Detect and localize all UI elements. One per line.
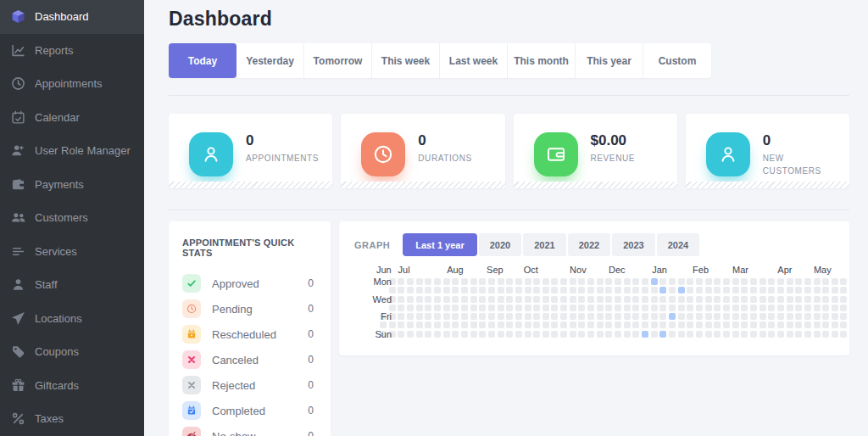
heatmap-cell: [615, 305, 621, 311]
heatmap-cell: [407, 313, 414, 320]
heatmap-cell: [425, 305, 431, 311]
heatmap-cell: [678, 278, 685, 285]
heatmap-cell: [768, 313, 775, 320]
heatmap-cell: [678, 313, 685, 320]
heatmap-cell: [570, 296, 576, 303]
heatmap-cell: [832, 321, 838, 328]
hatch-pattern: [514, 182, 677, 188]
heatmap-cell: [632, 305, 639, 311]
heatmap-cell: [768, 278, 775, 285]
heatmap-cell: [760, 331, 766, 338]
graph-tab-2020[interactable]: 2020: [479, 233, 521, 256]
heatmap-cell: [605, 278, 612, 285]
heatmap-cell: [768, 305, 775, 311]
heatmap-cell: [732, 331, 739, 338]
graph-tab-2024[interactable]: 2024: [657, 233, 699, 256]
sidebar-item-taxes[interactable]: Taxes: [0, 402, 144, 436]
heatmap-cell: [750, 313, 757, 320]
heatmap-cell: [795, 321, 802, 328]
heatmap-cell: [470, 278, 477, 285]
graph-tab-last-1-year[interactable]: Last 1 year: [403, 233, 476, 256]
heatmap-cell: [498, 296, 504, 303]
heatmap-cell: [804, 313, 811, 320]
heatmap-cell: [425, 287, 431, 293]
sidebar-item-coupons[interactable]: Coupons: [0, 335, 144, 369]
filter-tab-tomorrow[interactable]: Tomorrow: [304, 43, 372, 78]
filter-tab-yesterday[interactable]: Yesterday: [236, 43, 304, 78]
heatmap-cell: [461, 331, 468, 338]
heatmap-cell: [741, 331, 748, 338]
heatmap-cell: [723, 296, 730, 303]
filter-tab-this-year[interactable]: This year: [576, 43, 643, 78]
sidebar-item-label: Giftcards: [35, 379, 79, 392]
sidebar-item-giftcards[interactable]: Giftcards: [0, 369, 144, 403]
sidebar-item-payments[interactable]: Payments: [0, 168, 144, 202]
heatmap-cell: [416, 305, 423, 311]
sidebar-item-appointments[interactable]: Appointments: [0, 67, 144, 101]
sidebar-item-user-role-manager[interactable]: User Role Manager: [0, 134, 144, 168]
sidebar-item-locations[interactable]: Locations: [0, 302, 144, 336]
heatmap-cell: [750, 305, 757, 311]
heatmap-cell: [705, 278, 712, 285]
heatmap-cell: [443, 305, 450, 311]
sidebar-item-calendar[interactable]: Calendar: [0, 101, 144, 135]
clock-outline-icon: [361, 132, 405, 176]
filter-tab-today[interactable]: Today: [169, 43, 236, 78]
heatmap-cell: [624, 296, 631, 303]
graph-tab-2022[interactable]: 2022: [568, 233, 610, 256]
heatmap-cell: [597, 296, 604, 303]
heatmap-cell: [461, 278, 468, 285]
heatmap-month-label: Jan: [652, 265, 667, 275]
filter-tab-this-week[interactable]: This week: [372, 43, 440, 78]
sidebar-item-services[interactable]: Services: [0, 235, 144, 269]
heatmap-cell: [741, 313, 748, 320]
heatmap-cell: [461, 313, 468, 320]
heatmap-cell: [389, 321, 396, 328]
quick-stat-label: Rescheduled: [212, 328, 297, 341]
heatmap-cell: [659, 331, 666, 338]
heatmap-cell: [832, 278, 838, 285]
heatmap-cell: [515, 278, 522, 285]
heatmap-cell: [389, 305, 396, 311]
heatmap-cell: [714, 287, 721, 293]
sidebar-item-staff[interactable]: Staff: [0, 268, 144, 302]
heatmap-cell: [398, 313, 404, 320]
heatmap-cell: [506, 313, 513, 320]
heatmap-cell: [832, 305, 838, 311]
x-icon: [182, 376, 201, 394]
heatmap-cell: [642, 278, 648, 285]
heatmap-cell: [741, 278, 748, 285]
calendar-check-icon: [182, 401, 201, 420]
heatmap-cell: [587, 278, 594, 285]
heatmap-cell: [533, 321, 540, 328]
heatmap-cell: [416, 321, 423, 328]
heatmap-cell: [578, 321, 585, 328]
quick-stat-row-completed: Completed0: [182, 401, 317, 420]
heatmap-cell: [804, 287, 811, 293]
graph-tab-2023[interactable]: 2023: [612, 233, 654, 256]
heatmap-cell: [714, 278, 721, 285]
quick-stat-label: Pending: [212, 303, 297, 316]
heatmap-cell: [705, 331, 712, 338]
sidebar-item-reports[interactable]: Reports: [0, 34, 144, 68]
heatmap-cell: [651, 287, 658, 293]
heatmap-cell: [814, 296, 821, 303]
sidebar-item-label: Taxes: [35, 412, 64, 425]
heatmap-cell: [659, 287, 666, 293]
filter-tab-last-week[interactable]: Last week: [440, 43, 508, 78]
graph-tab-2021[interactable]: 2021: [523, 233, 565, 256]
calendar-icon: [11, 110, 25, 125]
heatmap-cell: [822, 287, 829, 293]
heatmap-cell: [687, 313, 693, 320]
panels-row: APPOINTMENT'S QUICK STATS Approved0Pendi…: [169, 221, 849, 436]
heatmap-cell: [615, 313, 621, 320]
heatmap-cell: [407, 331, 414, 338]
filter-tab-custom[interactable]: Custom: [643, 43, 711, 78]
heatmap-month-label: Apr: [777, 265, 792, 275]
heatmap-cell: [795, 305, 802, 311]
heatmap-cell: [488, 296, 495, 303]
filter-tab-this-month[interactable]: This month: [508, 43, 576, 78]
sidebar-item-dashboard[interactable]: Dashboard: [0, 0, 144, 34]
heatmap-cell: [659, 321, 666, 328]
sidebar-item-customers[interactable]: Customers: [0, 201, 144, 235]
